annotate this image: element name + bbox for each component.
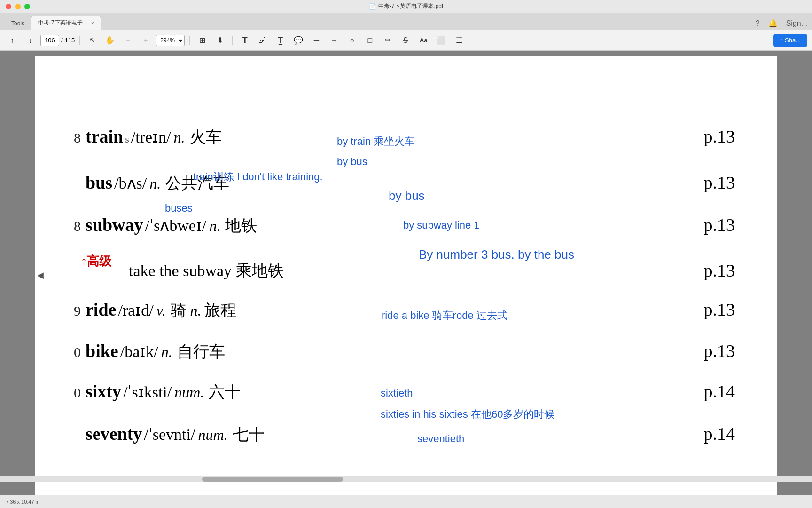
entry-phonetic-subway: /ˈsʌbweɪ/ — [145, 216, 207, 235]
annotation-by-bus-2: by bus — [389, 189, 425, 203]
notification-icon[interactable]: 🔔 — [768, 19, 778, 28]
entry-pos-bike: n. — [161, 343, 172, 361]
share-button[interactable]: ↑ Sha... — [773, 34, 807, 47]
maximize-button[interactable] — [24, 4, 30, 9]
entry-pos-train: n. — [174, 129, 185, 146]
entry-phonetic-bike: /baɪk/ — [120, 342, 158, 361]
entry-page-ride: p.13 — [704, 299, 735, 320]
entry-num-sixty: 0 — [63, 385, 81, 401]
tab-icons-right: ? 🔔 Sign... — [756, 19, 807, 30]
entry-page-seventy: p.14 — [704, 423, 735, 444]
entry-word-subway: subway — [86, 214, 143, 235]
fill-tool-button[interactable]: ⬜ — [434, 34, 449, 47]
annotation-by-train: by train 乘坐火车 — [337, 135, 415, 149]
font-tool-button[interactable]: Aa — [416, 34, 431, 47]
entry-num-bike: 0 — [63, 344, 81, 360]
subentry-page-take-subway: p.13 — [704, 260, 735, 281]
vocab-entry-seventy: seventy /ˈsevnti/ num. 七十 p.14 — [63, 423, 749, 445]
entry-num-subway: 8 — [63, 218, 81, 234]
forward-button[interactable]: ↓ — [23, 34, 38, 47]
title-bar: 📄 中考-7下英语电子课本.pdf — [0, 0, 812, 13]
subentry-take-subway-text: take the subway 乘地铁 — [129, 260, 284, 282]
entry-phonetic-bus: /bʌs/ — [114, 174, 147, 192]
minimize-button[interactable] — [15, 4, 21, 9]
entry-pos2-ride: n. — [190, 302, 202, 319]
rectangle-tool-button[interactable]: □ — [362, 34, 377, 47]
select-tool-button[interactable]: ↖ — [85, 34, 100, 47]
marquee-button[interactable]: ⬇ — [212, 34, 227, 47]
help-icon[interactable]: ? — [756, 19, 760, 28]
comment-tool-button[interactable]: 💬 — [291, 34, 306, 47]
entry-pos-bus: n. — [149, 175, 161, 192]
annotation-subway-line: by subway line 1 — [403, 219, 480, 231]
entry-word-bike: bike — [86, 341, 118, 361]
entry-page-train: p.13 — [704, 126, 735, 147]
entry-word-ride: ride — [86, 299, 116, 320]
page-total: 115 — [65, 37, 75, 44]
zoom-out-button[interactable]: − — [120, 34, 135, 47]
toolbar-separator-1 — [79, 36, 80, 45]
vocab-content: 8 train s /treɪn/ n. 火车 p.13 bus /bʌs/ n… — [63, 65, 749, 469]
entry-pos-subway: n. — [209, 217, 220, 235]
tab-bar: Tools 中考-7下英语电子... × ? 🔔 Sign... — [0, 13, 812, 30]
annotation-by-bus-1: by bus — [337, 156, 367, 168]
entry-pos-seventy: num. — [198, 426, 227, 444]
entry-word-sixty: sixty — [86, 381, 121, 402]
toolbar-separator-2 — [189, 36, 190, 45]
entry-word-seventy: seventy — [86, 423, 142, 444]
menu-button[interactable]: ☰ — [452, 34, 467, 47]
scrollbar-thumb[interactable] — [202, 477, 343, 482]
entry-pos-ride: v. — [156, 302, 166, 319]
tab-tools[interactable]: Tools — [5, 17, 31, 30]
entry-phonetic-ride: /raɪd/ — [118, 301, 153, 319]
highlight-tool-button[interactable]: 🖊 — [255, 34, 270, 47]
underline-tool-button[interactable]: T̲ — [273, 34, 288, 47]
vocab-entry-bike: 0 bike /baɪk/ n. 自行车 p.13 — [63, 341, 749, 363]
circle-tool-button[interactable]: ○ — [344, 34, 359, 47]
entry-phonetic2-train: /treɪn/ — [131, 127, 171, 146]
pencil-tool-button[interactable]: ✏ — [380, 34, 395, 47]
line-tool-button[interactable]: ─ — [309, 34, 324, 47]
zoom-select[interactable]: 294% 100% 150% 200% — [156, 35, 185, 46]
entry-meaning2-ride: 旅程 — [204, 300, 236, 321]
entry-word-bus: bus — [86, 172, 112, 193]
left-arrow[interactable]: ◀ — [36, 268, 45, 282]
strikeout-tool-button[interactable]: S̶ — [398, 34, 413, 47]
window-controls — [6, 4, 30, 9]
entry-meaning-subway: 地铁 — [225, 215, 257, 237]
close-button[interactable] — [6, 4, 11, 9]
annotation-buses: buses — [165, 202, 193, 214]
annotation-number3-bus: By number 3 bus. by the bus — [419, 247, 574, 262]
entry-page-subway: p.13 — [704, 214, 735, 235]
annotation-ride-bike: ride a bike 骑车rode 过去式 — [382, 309, 508, 323]
signin-label[interactable]: Sign... — [786, 19, 807, 28]
entry-meaning-seventy: 七十 — [233, 424, 265, 445]
entry-page-bus: p.13 — [704, 172, 735, 193]
hand-tool-button[interactable]: ✋ — [102, 34, 117, 47]
page-input[interactable]: 106 — [40, 35, 59, 46]
tab-close-icon[interactable]: × — [91, 20, 94, 26]
text-tool-button[interactable]: T — [237, 34, 252, 47]
horizontal-scrollbar[interactable] — [0, 476, 812, 482]
entry-phonetic-seventy: /ˈsevnti/ — [144, 425, 195, 444]
arrow-tool-button[interactable]: → — [327, 34, 342, 47]
pdf-page: ◀ 8 train s /treɪn/ n. 火车 p.13 bus /bʌs/… — [35, 56, 777, 495]
share-icon: ↑ — [780, 37, 783, 44]
zoom-in-button[interactable]: + — [138, 34, 153, 47]
back-button[interactable]: ↑ — [5, 34, 20, 47]
entry-pos-sixty: num. — [174, 384, 204, 401]
toolbar-separator-3 — [232, 36, 233, 45]
pdf-icon: 📄 — [369, 3, 376, 10]
entry-meaning-ride: 骑 — [171, 300, 187, 321]
entry-page-bike: p.13 — [704, 341, 735, 361]
entry-phonetic-train: s — [125, 133, 129, 145]
vocab-subentry-take-subway: take the subway 乘地铁 p.13 — [129, 260, 749, 282]
annotation-train-training: train训练 I don't like training. — [193, 170, 323, 184]
tab-active[interactable]: 中考-7下英语电子... × — [31, 16, 101, 30]
entry-page-sixty: p.14 — [704, 381, 735, 402]
entry-meaning-sixty: 六十 — [209, 381, 241, 403]
annotation-sixtieth: sixtieth — [381, 387, 413, 399]
fit-page-button[interactable]: ⊞ — [195, 34, 210, 47]
window-title: 📄 中考-7下英语电子课本.pdf — [369, 2, 444, 10]
document-dimensions: 7.36 x 10.47 in — [6, 499, 39, 505]
